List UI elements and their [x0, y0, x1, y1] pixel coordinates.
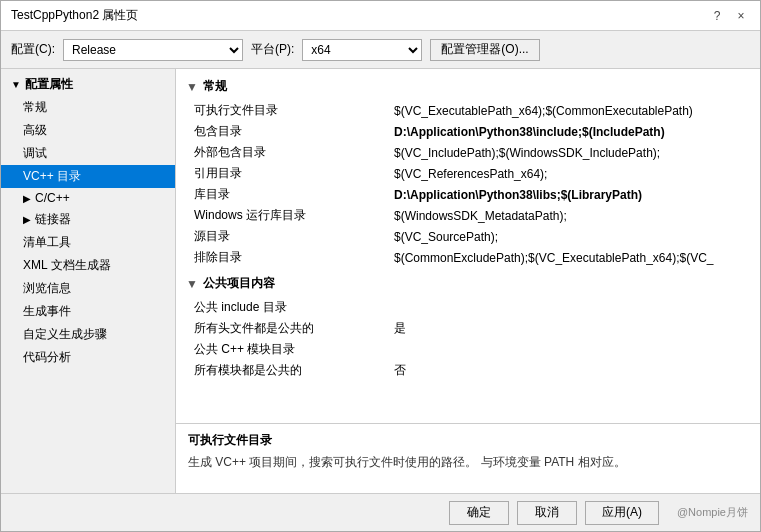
prop-public-cpp-module[interactable]: 公共 C++ 模块目录 — [186, 339, 750, 360]
section-public-title: 公共项目内容 — [203, 275, 275, 292]
prop-name-winrt: Windows 运行库目录 — [194, 207, 394, 224]
section-public-header: ▼ 公共项目内容 — [186, 272, 750, 295]
cancel-button[interactable]: 取消 — [517, 501, 577, 525]
sidebar-item-manifest[interactable]: 清单工具 — [1, 231, 175, 254]
prop-name-exclude: 排除目录 — [194, 249, 394, 266]
sidebar-item-build[interactable]: 生成事件 — [1, 300, 175, 323]
sidebar-item-general[interactable]: 常规 — [1, 96, 175, 119]
prop-value-include: D:\Application\Python38\include;$(Includ… — [394, 125, 742, 139]
sidebar-label-advanced: 高级 — [23, 122, 47, 139]
section-public-props: 公共 include 目录 所有头文件都是公共的 是 公共 C++ 模块目录 所… — [186, 297, 750, 381]
prop-value-source: $(VC_SourcePath); — [394, 230, 742, 244]
prop-name-executable: 可执行文件目录 — [194, 102, 394, 119]
prop-executable-dir[interactable]: 可执行文件目录 $(VC_ExecutablePath_x64);$(Commo… — [186, 100, 750, 121]
prop-value-exclude: $(CommonExcludePath);$(VC_ExecutablePath… — [394, 251, 742, 265]
sidebar-item-advanced[interactable]: 高级 — [1, 119, 175, 142]
sidebar-root-label: 配置属性 — [25, 76, 73, 93]
expand-icon-root: ▼ — [11, 79, 21, 90]
expand-icon-linker: ▶ — [23, 214, 31, 225]
prop-name-all-headers: 所有头文件都是公共的 — [194, 320, 394, 337]
expand-icon-cpp: ▶ — [23, 193, 31, 204]
prop-value-ext-include: $(VC_IncludePath);$(WindowsSDK_IncludePa… — [394, 146, 742, 160]
platform-label: 平台(P): — [251, 41, 294, 58]
sidebar-label-browser: 浏览信息 — [23, 280, 71, 297]
title-bar: TestCppPython2 属性页 ? × — [1, 1, 760, 31]
prop-name-all-modules: 所有模块都是公共的 — [194, 362, 394, 379]
props-area: ▼ 常规 可执行文件目录 $(VC_ExecutablePath_x64);$(… — [176, 69, 760, 423]
sidebar-item-vcpp[interactable]: VC++ 目录 — [1, 165, 175, 188]
sidebar-label-custom: 自定义生成步骤 — [23, 326, 107, 343]
prop-value-lib: D:\Application\Python38\libs;$(LibraryPa… — [394, 188, 742, 202]
prop-name-source: 源目录 — [194, 228, 394, 245]
sidebar-label-cpp: C/C++ — [35, 191, 70, 205]
manage-config-button[interactable]: 配置管理器(O)... — [430, 39, 539, 61]
prop-public-include[interactable]: 公共 include 目录 — [186, 297, 750, 318]
prop-name-ext-include: 外部包含目录 — [194, 144, 394, 161]
help-button[interactable]: ? — [708, 7, 726, 25]
sidebar-item-browser[interactable]: 浏览信息 — [1, 277, 175, 300]
sidebar-item-debug[interactable]: 调试 — [1, 142, 175, 165]
prop-value-all-headers: 是 — [394, 320, 742, 337]
sidebar-label-xml: XML 文档生成器 — [23, 257, 111, 274]
sidebar-item-root[interactable]: ▼ 配置属性 — [1, 73, 175, 96]
prop-name-public-include: 公共 include 目录 — [194, 299, 394, 316]
config-select[interactable]: Release — [63, 39, 243, 61]
prop-winrt-dir[interactable]: Windows 运行库目录 $(WindowsSDK_MetadataPath)… — [186, 205, 750, 226]
sidebar-item-cpp[interactable]: ▶ C/C++ — [1, 188, 175, 208]
description-title: 可执行文件目录 — [188, 432, 748, 449]
main-panel: ▼ 常规 可执行文件目录 $(VC_ExecutablePath_x64);$(… — [176, 69, 760, 493]
dialog-title: TestCppPython2 属性页 — [11, 7, 138, 24]
prop-value-executable: $(VC_ExecutablePath_x64);$(CommonExecuta… — [394, 104, 742, 118]
sidebar-item-linker[interactable]: ▶ 链接器 — [1, 208, 175, 231]
sidebar-item-analysis[interactable]: 代码分析 — [1, 346, 175, 369]
sidebar-item-custom[interactable]: 自定义生成步骤 — [1, 323, 175, 346]
description-text: 生成 VC++ 项目期间，搜索可执行文件时使用的路径。 与环境变量 PATH 相… — [188, 453, 748, 472]
section-normal-header: ▼ 常规 — [186, 75, 750, 98]
prop-include-dir[interactable]: 包含目录 D:\Application\Python38\include;$(I… — [186, 121, 750, 142]
ok-button[interactable]: 确定 — [449, 501, 509, 525]
prop-name-lib: 库目录 — [194, 186, 394, 203]
prop-exclude-dir[interactable]: 排除目录 $(CommonExcludePath);$(VC_Executabl… — [186, 247, 750, 268]
prop-name-public-cpp: 公共 C++ 模块目录 — [194, 341, 394, 358]
section-normal-props: 可执行文件目录 $(VC_ExecutablePath_x64);$(Commo… — [186, 100, 750, 268]
sidebar-label-linker: 链接器 — [35, 211, 71, 228]
prop-all-modules-public[interactable]: 所有模块都是公共的 否 — [186, 360, 750, 381]
sidebar-label-manifest: 清单工具 — [23, 234, 71, 251]
prop-value-ref: $(VC_ReferencesPath_x64); — [394, 167, 742, 181]
sidebar: ▼ 配置属性 常规 高级 调试 VC++ 目录 ▶ C/C++ ▶ 链接器 — [1, 69, 176, 493]
watermark: @Nompie月饼 — [677, 505, 748, 520]
dialog: TestCppPython2 属性页 ? × 配置(C): Release 平台… — [0, 0, 761, 532]
prop-ref-dir[interactable]: 引用目录 $(VC_ReferencesPath_x64); — [186, 163, 750, 184]
platform-select[interactable]: x64 — [302, 39, 422, 61]
prop-lib-dir[interactable]: 库目录 D:\Application\Python38\libs;$(Libra… — [186, 184, 750, 205]
prop-name-include: 包含目录 — [194, 123, 394, 140]
prop-ext-include-dir[interactable]: 外部包含目录 $(VC_IncludePath);$(WindowsSDK_In… — [186, 142, 750, 163]
apply-button[interactable]: 应用(A) — [585, 501, 659, 525]
content-area: ▼ 配置属性 常规 高级 调试 VC++ 目录 ▶ C/C++ ▶ 链接器 — [1, 69, 760, 493]
prop-name-ref: 引用目录 — [194, 165, 394, 182]
toolbar: 配置(C): Release 平台(P): x64 配置管理器(O)... — [1, 31, 760, 69]
section-normal-title: 常规 — [203, 78, 227, 95]
sidebar-item-xml[interactable]: XML 文档生成器 — [1, 254, 175, 277]
prop-value-all-modules: 否 — [394, 362, 742, 379]
close-button[interactable]: × — [732, 7, 750, 25]
sidebar-label-debug: 调试 — [23, 145, 47, 162]
sidebar-label-analysis: 代码分析 — [23, 349, 71, 366]
section-public-icon: ▼ — [186, 277, 198, 291]
prop-all-headers-public[interactable]: 所有头文件都是公共的 是 — [186, 318, 750, 339]
section-normal-icon: ▼ — [186, 80, 198, 94]
sidebar-label-general: 常规 — [23, 99, 47, 116]
description-area: 可执行文件目录 生成 VC++ 项目期间，搜索可执行文件时使用的路径。 与环境变… — [176, 423, 760, 493]
sidebar-label-vcpp: VC++ 目录 — [23, 168, 81, 185]
sidebar-label-build: 生成事件 — [23, 303, 71, 320]
prop-value-winrt: $(WindowsSDK_MetadataPath); — [394, 209, 742, 223]
footer: 确定 取消 应用(A) @Nompie月饼 — [1, 493, 760, 531]
title-controls: ? × — [708, 7, 750, 25]
config-label: 配置(C): — [11, 41, 55, 58]
prop-source-dir[interactable]: 源目录 $(VC_SourcePath); — [186, 226, 750, 247]
